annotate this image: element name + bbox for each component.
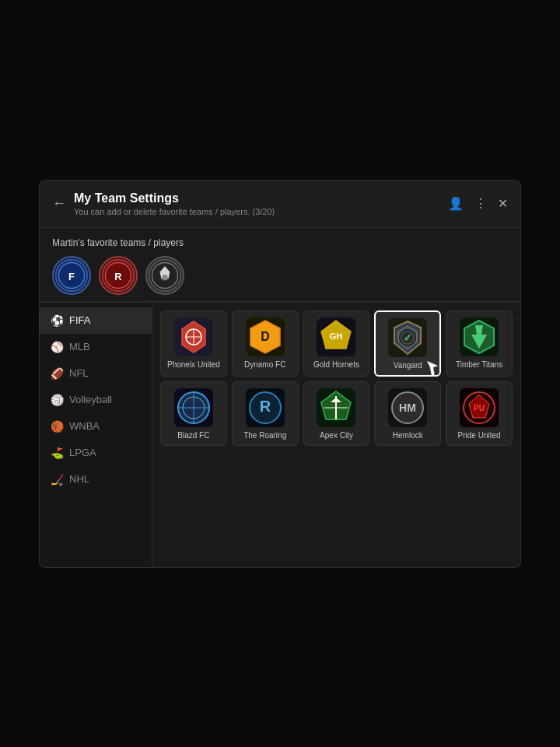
team-name-roaring: The Roaring — [243, 431, 286, 440]
sidebar-item-fifa[interactable]: ⚽ FIFA — [40, 307, 152, 334]
profile-button[interactable]: 👤 — [448, 196, 464, 211]
favorite-team-2[interactable]: R — [99, 256, 138, 295]
team-logo-gold: GH — [317, 317, 355, 356]
lpga-icon: ⛳ — [51, 447, 63, 459]
modal-title: My Team Settings — [74, 191, 448, 205]
team-card-vangard[interactable]: V ✓ Vangard — [374, 310, 441, 377]
team-card-dynamo-fc[interactable]: D Dynamo FC — [232, 310, 299, 377]
svg-text:R: R — [259, 398, 271, 415]
team-logo-hemlock: HM — [388, 388, 427, 427]
sidebar-item-label-volleyball: Volleyball — [69, 394, 112, 405]
svg-text:HM: HM — [399, 402, 416, 414]
team-name-phoneix: Phoneix United — [167, 360, 220, 370]
team-logo-dynamo: D — [246, 317, 285, 356]
favorites-label: Martin's favorite teams / players — [52, 237, 508, 248]
team-logo-vangard: V ✓ — [388, 318, 427, 357]
team-name-timber: Timber Titans — [456, 360, 502, 370]
team-logo-apex — [317, 388, 355, 427]
team-logo-blazd — [174, 388, 213, 427]
sidebar-item-lpga[interactable]: ⛳ LPGA — [40, 440, 152, 466]
sidebar-item-label-nfl: NFL — [69, 367, 89, 379]
team-logo-timber — [460, 317, 499, 356]
svg-text:R: R — [114, 270, 122, 282]
team-name-gold: Gold Hornets — [313, 360, 359, 370]
cursor-arrow-indicator — [427, 361, 438, 380]
team-name-apex: Apex City — [320, 431, 353, 440]
wnba-icon: 🏀 — [51, 420, 63, 433]
teams-grid: Phoneix United D Dynamo FC — [160, 310, 513, 446]
teams-grid-area: Phoneix United D Dynamo FC — [152, 303, 520, 567]
modal-container: ← My Team Settings You can add or delete… — [39, 180, 521, 568]
nfl-icon: 🏈 — [51, 367, 63, 380]
favorite-team-1[interactable]: F — [52, 256, 91, 295]
header-title-group: My Team Settings You can add or delete f… — [74, 191, 448, 216]
team-name-pride: Pride United — [458, 431, 501, 440]
team-logo-phoneix — [174, 317, 213, 356]
more-button[interactable]: ⋮ — [474, 196, 487, 211]
close-button[interactable]: ✕ — [498, 196, 508, 211]
sidebar-item-label-mlb: MLB — [69, 341, 90, 352]
sidebar-item-label-lpga: LPGA — [69, 447, 96, 458]
content-area: ⚽ FIFA ⚾ MLB 🏈 NFL 🏐 Volleyball 🏀 WNBA ⛳ — [40, 303, 520, 567]
svg-text:D: D — [261, 330, 270, 343]
nhl-icon: 🏒 — [51, 473, 63, 486]
sidebar-item-mlb[interactable]: ⚾ MLB — [40, 334, 152, 360]
sidebar-item-wnba[interactable]: 🏀 WNBA — [40, 413, 152, 440]
team-card-timber-titans[interactable]: Timber Titans — [446, 310, 513, 377]
team-card-phoneix-united[interactable]: Phoneix United — [160, 310, 227, 377]
sidebar-item-label-wnba: WNBA — [69, 420, 100, 432]
fifa-icon: ⚽ — [51, 314, 63, 327]
volleyball-icon: 🏐 — [51, 394, 63, 406]
team-name-dynamo: Dynamo FC — [244, 360, 285, 370]
team-card-pride-united[interactable]: PU Pride United — [446, 381, 513, 446]
team-card-gold-hornets[interactable]: GH Gold Hornets — [303, 310, 370, 377]
sidebar-item-label-nhl: NHL — [69, 473, 89, 485]
team-card-the-roaring[interactable]: R The Roaring — [232, 381, 299, 446]
svg-point-9 — [162, 275, 167, 280]
favorite-team-3[interactable] — [145, 256, 184, 295]
team-card-hemlock[interactable]: HM Hemlock — [374, 381, 441, 446]
header-actions: 👤 ⋮ ✕ — [448, 196, 508, 211]
favorites-avatars: F R — [52, 256, 508, 295]
team-card-blazd-fc[interactable]: Blazd FC — [160, 381, 227, 446]
team-card-apex-city[interactable]: Apex City — [303, 381, 370, 446]
team-logo-roaring: R — [246, 388, 285, 427]
sidebar-item-nhl[interactable]: 🏒 NHL — [40, 466, 152, 493]
sidebar-item-label-fifa: FIFA — [69, 314, 90, 326]
selected-check-icon: ✓ — [399, 329, 416, 346]
svg-text:F: F — [68, 270, 75, 282]
back-button[interactable]: ← — [52, 195, 66, 212]
modal-header: ← My Team Settings You can add or delete… — [40, 181, 520, 228]
team-name-vangard: Vangard — [394, 361, 422, 370]
svg-text:GH: GH — [330, 331, 343, 341]
favorites-section: Martin's favorite teams / players F R — [40, 228, 520, 303]
sidebar-item-nfl[interactable]: 🏈 NFL — [40, 360, 152, 387]
sidebar: ⚽ FIFA ⚾ MLB 🏈 NFL 🏐 Volleyball 🏀 WNBA ⛳ — [40, 303, 152, 567]
svg-text:PU: PU — [474, 404, 485, 412]
team-name-hemlock: Hemlock — [393, 431, 423, 440]
team-name-blazd: Blazd FC — [177, 431, 209, 440]
team-logo-pride: PU — [460, 388, 499, 427]
svg-marker-21 — [427, 361, 438, 377]
mlb-icon: ⚾ — [51, 341, 63, 353]
modal-subtitle: You can add or delete favorite teams / p… — [74, 207, 448, 216]
sidebar-item-volleyball[interactable]: 🏐 Volleyball — [40, 387, 152, 413]
